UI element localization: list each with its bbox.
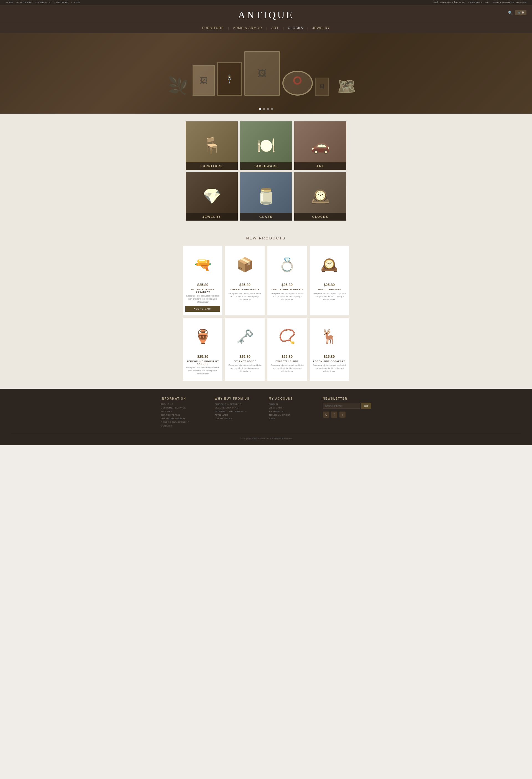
footer-link-mywishlist[interactable]: MY WISHLIST xyxy=(269,410,317,413)
footer-link-orders[interactable]: ORDERS AND RETURNS xyxy=(161,421,209,423)
site-logo[interactable]: ANTIQUE xyxy=(6,9,526,21)
my-account-link[interactable]: MY ACCOUNT xyxy=(16,1,33,4)
hero-decoration-plant: 🌿 xyxy=(168,76,188,96)
footer-link-trackorder[interactable]: TRACK MY ORDER xyxy=(269,414,317,416)
product-price-5: $25.89 xyxy=(185,354,220,359)
category-glass[interactable]: 🫙 GLASS xyxy=(240,172,292,221)
product-name-3: CTETUR ADIPISCING ELI xyxy=(270,288,304,291)
footer-information: INFORMATION ABOUT US CUSTOMER SERVICE SI… xyxy=(161,397,209,428)
footer-newsletter: NEWSLETTER GO! 𝕏 f ⌂ xyxy=(323,397,371,428)
footer-account-title: MY ACCOUNT xyxy=(269,397,317,400)
twitter-icon[interactable]: 𝕏 xyxy=(323,412,329,418)
product-price-3: $25.89 xyxy=(270,283,304,287)
category-clocks[interactable]: 🕰️ CLOCKS xyxy=(294,172,346,221)
product-card-8[interactable]: 🦌 $25.89 LOREM SINT OCCAECAT Excepteur s… xyxy=(309,317,349,381)
category-label-tableware: TABLEWARE xyxy=(240,162,292,170)
footer-link-intl[interactable]: INTERNATIONAL SHIPPING xyxy=(215,410,263,413)
product-name-5: TEMPOR INCIDIDUNT UT LABORE xyxy=(185,360,220,365)
product-card-6[interactable]: 🗝️ $25.89 SIT AMET CONSE Excepteur sint … xyxy=(225,317,265,381)
product-image-6: 🗝️ xyxy=(228,321,262,352)
category-furniture[interactable]: 🪑 FURNITURE xyxy=(186,121,238,170)
category-art[interactable]: 🚗 ART xyxy=(294,121,346,170)
footer-link-sitemap[interactable]: SITE MAP xyxy=(161,410,209,413)
product-card-1[interactable]: 🔫 $25.89 EXCEPTEUR SINT OCCAECAT Excepte… xyxy=(183,246,223,315)
product-desc-2: Excepteur sint occaecat cupidatat non pr… xyxy=(228,292,262,301)
product-card-3[interactable]: 💍 $25.89 CTETUR ADIPISCING ELI Excepteur… xyxy=(267,246,307,315)
product-card-5[interactable]: 🏺 $25.89 TEMPOR INCIDIDUNT UT LABORE Exc… xyxy=(183,317,223,381)
product-image-2: 📦 xyxy=(228,249,262,280)
nav-clocks[interactable]: CLOCKS xyxy=(288,26,303,30)
product-desc-4: Excepteur sint occaecat cupidatat non pr… xyxy=(312,292,347,301)
product-card-4[interactable]: 🕰️ $25.89 SED DO EIUSMOD Excepteur sint … xyxy=(309,246,349,315)
new-products-title: NEW PRODUCTS xyxy=(6,236,526,240)
product-card-2[interactable]: 📦 $25.89 LOREM IPSUM DOLOR Excepteur sin… xyxy=(225,246,265,315)
footer-link-help[interactable]: HELP xyxy=(269,417,317,420)
category-label-furniture: FURNITURE xyxy=(186,162,238,170)
search-button[interactable]: 🔍 xyxy=(508,10,513,15)
footer-why-buy: WHY BUY FROM US SHIPPING & RETURNS SECUR… xyxy=(215,397,263,428)
footer-newsletter-title: NEWSLETTER xyxy=(323,397,371,400)
footer-link-affiliates[interactable]: AFFILIATES xyxy=(215,414,263,416)
product-price-7: $25.89 xyxy=(270,354,304,359)
add-to-cart-button-1[interactable]: ADD TO CART xyxy=(185,306,220,312)
category-tableware[interactable]: 🍽️ TABLEWARE xyxy=(240,121,292,170)
newsletter-form: GO! xyxy=(323,403,371,409)
footer-link-about[interactable]: ABOUT US xyxy=(161,403,209,406)
categories-section: 🪑 FURNITURE 🍽️ TABLEWARE 🚗 ART 💎 JEWELRY xyxy=(0,114,532,228)
product-desc-8: Excepteur sint occaecat cupidatat non pr… xyxy=(312,364,347,373)
footer-link-search[interactable]: SEARCH TERMS xyxy=(161,414,209,416)
new-products-section: NEW PRODUCTS 🔫 $25.89 EXCEPTEUR SINT OCC… xyxy=(0,228,532,389)
rss-icon[interactable]: ⌂ xyxy=(340,412,346,418)
product-desc-7: Excepteur sint occaecat cupidatat non pr… xyxy=(270,364,304,373)
category-grid: 🪑 FURNITURE 🍽️ TABLEWARE 🚗 ART 💎 JEWELRY xyxy=(186,121,346,221)
cart-button[interactable]: 🛒 0 xyxy=(515,10,526,15)
currency-selector[interactable]: CURRENCY: USD xyxy=(468,1,489,4)
category-jewelry[interactable]: 💎 JEWELRY xyxy=(186,172,238,221)
category-label-glass: GLASS xyxy=(240,213,292,221)
product-desc-1: Excepteur sint occaecat cupidatat non pr… xyxy=(185,294,220,304)
product-name-7: EXCEPTEUR SINT xyxy=(270,360,304,362)
checkout-link[interactable]: CHECKOUT xyxy=(55,1,69,4)
product-price-2: $25.89 xyxy=(228,283,262,287)
product-name-6: SIT AMET CONSE xyxy=(228,360,262,362)
product-image-3: 💍 xyxy=(270,249,304,280)
hero-banner: 🌿 🖼 🕴 🖼 ⭕ 🖼 xyxy=(0,33,532,114)
category-label-art: ART xyxy=(294,162,346,170)
product-price-4: $25.89 xyxy=(312,283,347,287)
cart-icon: 🛒 xyxy=(518,11,521,14)
footer-link-group[interactable]: GROUP SALES xyxy=(215,417,263,420)
home-link[interactable]: HOME xyxy=(6,1,13,4)
newsletter-submit[interactable]: GO! xyxy=(361,403,371,409)
top-bar: HOME MY ACCOUNT MY WISHLIST CHECKOUT LOG… xyxy=(0,0,532,5)
product-card-7[interactable]: 📿 $25.89 EXCEPTEUR SINT Excepteur sint o… xyxy=(267,317,307,381)
footer-link-viewcart[interactable]: VIEW CART xyxy=(269,407,317,409)
product-image-4: 🕰️ xyxy=(312,249,347,280)
footer-link-customer[interactable]: CUSTOMER SERVICE xyxy=(161,407,209,409)
product-image-7: 📿 xyxy=(270,321,304,352)
product-desc-6: Excepteur sint occaecat cupidatat non pr… xyxy=(228,364,262,373)
newsletter-email-input[interactable] xyxy=(323,403,360,409)
nav-furniture[interactable]: FURNITURE xyxy=(202,26,224,30)
top-bar-right: Welcome to our online store! CURRENCY: U… xyxy=(433,1,526,4)
product-price-6: $25.89 xyxy=(228,354,262,359)
product-name-2: LOREM IPSUM DOLOR xyxy=(228,288,262,291)
language-selector[interactable]: YOUR LANGUAGE: ENGLISH xyxy=(492,1,526,4)
top-bar-links: HOME MY ACCOUNT MY WISHLIST CHECKOUT LOG… xyxy=(6,1,82,4)
wishlist-link[interactable]: MY WISHLIST xyxy=(36,1,52,4)
footer-link-secure[interactable]: SECURE SHOPPING xyxy=(215,407,263,409)
footer-link-advanced[interactable]: ADVANCED SEARCH xyxy=(161,417,209,420)
footer-my-account: MY ACCOUNT SIGN IN VIEW CART MY WISHLIST… xyxy=(269,397,317,428)
product-name-4: SED DO EIUSMOD xyxy=(312,288,347,291)
facebook-icon[interactable]: f xyxy=(331,412,337,418)
footer-link-shipping[interactable]: SHIPPING & RETURNS xyxy=(215,403,263,406)
footer-link-signin[interactable]: SIGN IN xyxy=(269,403,317,406)
products-grid: 🔫 $25.89 EXCEPTEUR SINT OCCAECAT Excepte… xyxy=(183,246,349,381)
login-link[interactable]: LOG IN xyxy=(71,1,80,4)
nav-arms[interactable]: ARMS & ARMOR xyxy=(233,26,262,30)
nav-jewelry[interactable]: JEWELRY xyxy=(312,26,330,30)
product-image-1: 🔫 xyxy=(185,249,220,280)
nav-art[interactable]: ART xyxy=(271,26,279,30)
footer-link-contact[interactable]: CONTACT xyxy=(161,425,209,427)
hero-frames: 🖼 🕴 🖼 ⭕ 🖼 xyxy=(192,51,329,96)
footer-why-title: WHY BUY FROM US xyxy=(215,397,263,400)
